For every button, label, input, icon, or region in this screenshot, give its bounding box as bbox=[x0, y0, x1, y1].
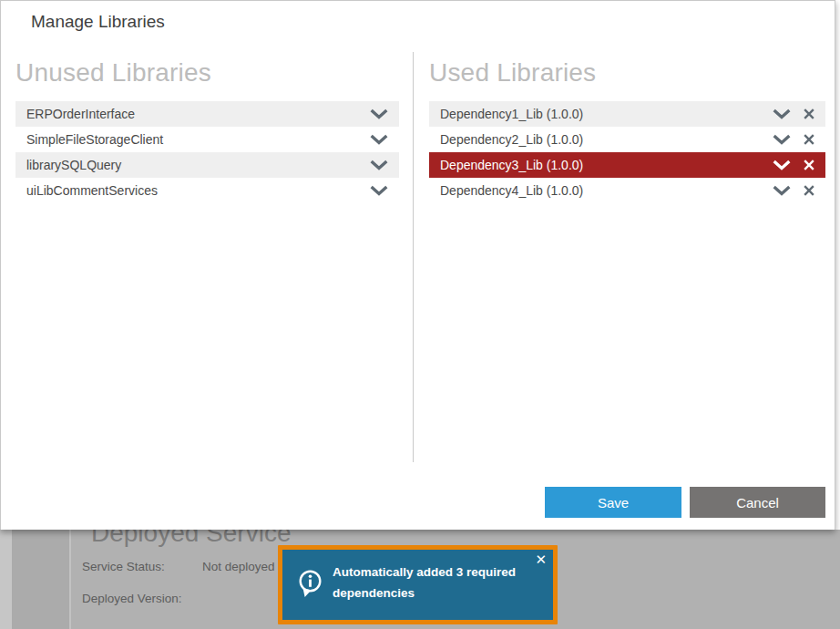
background-nav-strip bbox=[12, 530, 69, 629]
service-status-value: Not deployed bbox=[202, 560, 275, 573]
service-status-label: Service Status: bbox=[82, 560, 165, 573]
chevron-down-icon[interactable] bbox=[773, 108, 791, 119]
unused-library-row[interactable]: librarySQLQuery bbox=[15, 152, 399, 178]
used-libraries-heading: Used Libraries bbox=[429, 57, 825, 101]
deployed-version-label: Deployed Version: bbox=[82, 592, 182, 605]
used-libraries-list: Dependency1_Lib (1.0.0) Dependency2_Lib … bbox=[429, 101, 825, 203]
library-name-label: librarySQLQuery bbox=[26, 158, 363, 172]
background-left-strip bbox=[0, 530, 12, 629]
chevron-down-icon[interactable] bbox=[370, 108, 388, 119]
deployed-service-heading: Deployed Service bbox=[91, 530, 291, 548]
used-library-row[interactable]: Dependency2_Lib (1.0.0) bbox=[429, 127, 825, 152]
unused-library-row[interactable]: ERPOrderInterface bbox=[15, 101, 399, 127]
info-icon bbox=[298, 570, 323, 599]
page: Deployed Service Service Status: Not dep… bbox=[0, 0, 840, 629]
chevron-down-icon[interactable] bbox=[773, 160, 791, 170]
dialog-title: Manage Libraries bbox=[31, 12, 165, 32]
used-library-row[interactable]: Dependency1_Lib (1.0.0) bbox=[429, 101, 825, 127]
unused-libraries-section: Unused Libraries ERPOrderInterface Simpl… bbox=[15, 57, 399, 203]
column-divider bbox=[413, 52, 414, 462]
unused-library-row[interactable]: uiLibCommentServices bbox=[15, 178, 399, 203]
info-toast: Automatically added 3 required dependenc… bbox=[278, 545, 558, 624]
used-library-row[interactable]: Dependency4_Lib (1.0.0) bbox=[429, 178, 825, 203]
library-name-label: Dependency2_Lib (1.0.0) bbox=[440, 132, 765, 147]
toast-close-icon[interactable]: ✕ bbox=[535, 552, 547, 568]
chevron-down-icon[interactable] bbox=[370, 185, 388, 196]
library-name-label: SimpleFileStorageClient bbox=[26, 132, 363, 147]
remove-library-icon[interactable] bbox=[804, 185, 814, 196]
chevron-down-icon[interactable] bbox=[370, 160, 388, 170]
chevron-down-icon[interactable] bbox=[370, 134, 388, 145]
background-nav-divider bbox=[69, 530, 71, 629]
used-libraries-section: Used Libraries Dependency1_Lib (1.0.0) bbox=[429, 57, 825, 203]
used-library-row[interactable]: Dependency3_Lib (1.0.0) bbox=[429, 152, 825, 178]
cancel-button[interactable]: Cancel bbox=[690, 487, 825, 518]
library-name-label: Dependency3_Lib (1.0.0) bbox=[440, 158, 765, 172]
chevron-down-icon[interactable] bbox=[773, 134, 791, 145]
remove-library-icon[interactable] bbox=[804, 134, 814, 145]
manage-libraries-dialog: Manage Libraries Unused Libraries ERPOrd… bbox=[0, 0, 835, 530]
library-name-label: Dependency1_Lib (1.0.0) bbox=[440, 107, 765, 121]
remove-library-icon[interactable] bbox=[804, 108, 814, 119]
unused-libraries-list: ERPOrderInterface SimpleFileStorageClien… bbox=[15, 101, 399, 203]
remove-library-icon[interactable] bbox=[804, 160, 814, 170]
toast-message: Automatically added 3 required dependenc… bbox=[333, 562, 549, 603]
library-name-label: Dependency4_Lib (1.0.0) bbox=[440, 183, 765, 198]
library-name-label: ERPOrderInterface bbox=[26, 107, 363, 121]
unused-libraries-heading: Unused Libraries bbox=[15, 57, 399, 101]
library-name-label: uiLibCommentServices bbox=[26, 183, 363, 198]
chevron-down-icon[interactable] bbox=[773, 185, 791, 196]
unused-library-row[interactable]: SimpleFileStorageClient bbox=[15, 127, 399, 152]
save-button[interactable]: Save bbox=[545, 487, 681, 518]
